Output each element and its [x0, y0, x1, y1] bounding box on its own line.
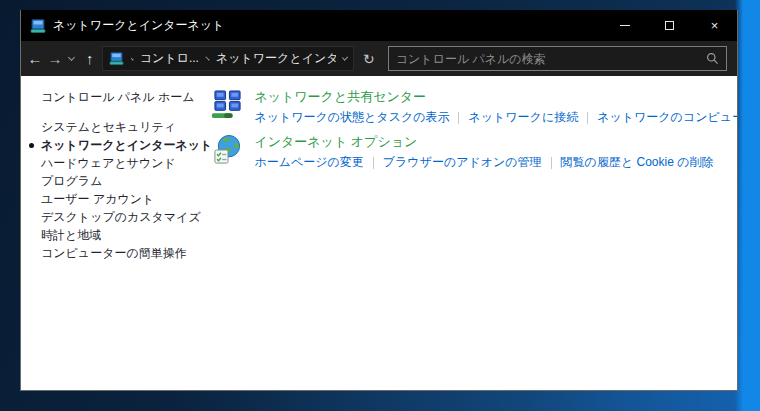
window-controls: × — [602, 10, 737, 41]
sidebar-item[interactable]: ハードウェアとサウンド — [41, 157, 212, 170]
minimize-icon — [620, 25, 630, 26]
internet-options-icon — [212, 134, 243, 165]
close-button[interactable]: × — [692, 10, 737, 41]
search-box[interactable] — [388, 46, 727, 71]
minimize-button[interactable] — [602, 10, 647, 41]
category-section: ネットワークと共有センター ネットワークの状態とタスクの表示ネットワークに接続ネ… — [212, 88, 737, 126]
sidebar-item[interactable]: システムとセキュリティ — [41, 121, 212, 134]
task-link[interactable]: ネットワークに接続 — [468, 109, 578, 126]
title-bar[interactable]: ネットワークとインターネット × — [21, 10, 737, 41]
sidebar-item-label: ユーザー アカウント — [41, 192, 154, 206]
sidebar-item-label: コンピューターの簡単操作 — [41, 246, 187, 260]
section-title[interactable]: ネットワークと共有センター — [254, 88, 737, 106]
sidebar-item-label: プログラム — [41, 174, 102, 188]
sidebar-item-label: ネットワークとインターネット — [41, 138, 212, 152]
task-link[interactable]: 閲覧の履歴と Cookie の削除 — [561, 154, 714, 171]
link-separator — [373, 157, 374, 169]
sidebar-list: システムとセキュリティ ネットワークとインターネット ハードウェアとサウンド プ… — [41, 121, 212, 260]
search-input[interactable] — [396, 52, 706, 66]
sidebar-item-label: ハードウェアとサウンド — [41, 156, 176, 170]
sidebar-item[interactable]: コンピューターの簡単操作 — [41, 247, 212, 260]
search-icon — [706, 52, 719, 65]
sidebar-item-label: 時計と地域 — [41, 228, 101, 242]
sidebar-item-label: デスクトップのカスタマイズ — [41, 210, 201, 224]
window-title: ネットワークとインターネット — [53, 17, 602, 34]
sidebar-item[interactable]: デスクトップのカスタマイズ — [41, 211, 212, 224]
sidebar-item[interactable]: 時計と地域 — [41, 229, 212, 242]
sidebar-item[interactable]: ネットワークとインターネット — [41, 139, 212, 152]
link-separator — [551, 157, 552, 169]
recent-pages-dropdown[interactable] — [65, 45, 79, 73]
main-content: ネットワークと共有センター ネットワークの状態とタスクの表示ネットワークに接続ネ… — [212, 76, 737, 390]
network-sharing-center-icon — [212, 89, 243, 120]
breadcrumb-item[interactable]: コントロ... — [140, 50, 199, 67]
breadcrumb-chevron-icon — [205, 56, 209, 60]
control-panel-icon — [30, 18, 46, 34]
breadcrumb: コントロ... ネットワークとインターネット — [131, 50, 336, 67]
back-button[interactable]: ← — [25, 45, 45, 73]
task-links: ホームページの変更ブラウザーのアドオンの管理閲覧の履歴と Cookie の削除 — [254, 154, 713, 171]
window-body: コントロール パネル ホーム システムとセキュリティ ネットワークとインターネッ… — [21, 76, 737, 390]
sidebar-item[interactable]: プログラム — [41, 175, 212, 188]
up-button[interactable]: ↑ — [79, 45, 101, 73]
sidebar-item[interactable]: ユーザー アカウント — [41, 193, 212, 206]
selected-bullet-icon — [29, 143, 34, 148]
control-panel-icon — [109, 51, 124, 66]
sidebar-item-control-panel-home[interactable]: コントロール パネル ホーム — [41, 89, 212, 106]
task-link[interactable]: ホームページの変更 — [254, 154, 363, 171]
desktop-background: ネットワークとインターネット × ← → ↑ コントロ... ネットワークとイン… — [0, 0, 760, 411]
maximize-icon — [665, 21, 674, 30]
breadcrumb-chevron-icon — [131, 56, 134, 60]
control-panel-window: ネットワークとインターネット × ← → ↑ コントロ... ネットワークとイン… — [20, 10, 738, 391]
address-bar[interactable]: コントロ... ネットワークとインターネット — [102, 46, 354, 71]
link-separator — [587, 112, 588, 124]
section-title[interactable]: インターネット オプション — [254, 133, 713, 151]
forward-button[interactable]: → — [45, 45, 65, 73]
navigation-bar: ← → ↑ コントロ... ネットワークとインターネット ↻ — [21, 41, 737, 76]
address-dropdown-icon[interactable] — [342, 54, 348, 60]
task-links: ネットワークの状態とタスクの表示ネットワークに接続ネットワークのコンピューターと… — [254, 109, 737, 126]
task-link[interactable]: ネットワークのコンピューターとデバイスの表示 — [597, 109, 737, 126]
sidebar: コントロール パネル ホーム システムとセキュリティ ネットワークとインターネッ… — [21, 76, 212, 390]
link-separator — [458, 112, 459, 124]
refresh-button[interactable]: ↻ — [358, 46, 380, 71]
task-link[interactable]: ブラウザーのアドオンの管理 — [383, 154, 542, 171]
maximize-button[interactable] — [647, 10, 692, 41]
task-link[interactable]: ネットワークの状態とタスクの表示 — [254, 109, 449, 126]
breadcrumb-item[interactable]: ネットワークとインターネット — [216, 50, 336, 67]
category-section: インターネット オプション ホームページの変更ブラウザーのアドオンの管理閲覧の履… — [212, 133, 737, 171]
sidebar-item-label: システムとセキュリティ — [41, 120, 176, 134]
chevron-down-icon — [68, 53, 75, 60]
